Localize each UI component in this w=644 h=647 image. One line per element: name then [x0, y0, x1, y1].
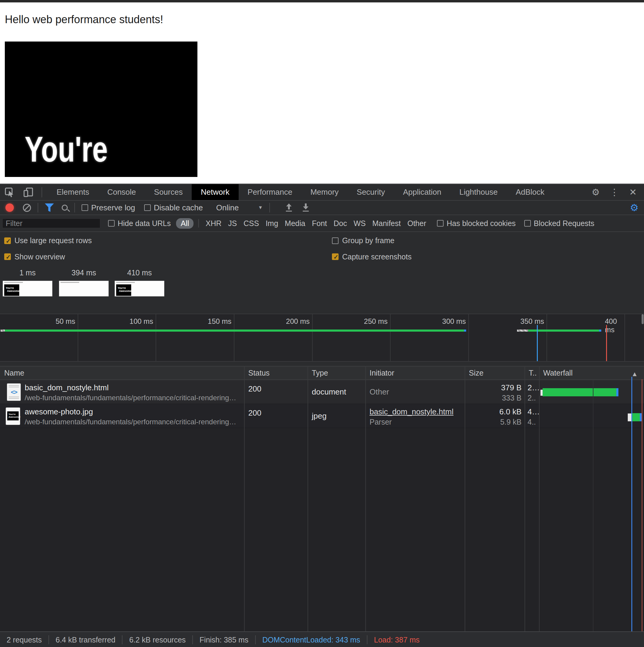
filter-input[interactable] [2, 218, 100, 228]
column-header-initiator[interactable]: Initiator [365, 367, 464, 379]
status-cell: 200 [244, 380, 307, 404]
overview-tick-400ms: 400 ms [605, 317, 625, 334]
overview-tick-150ms: 150 ms [208, 317, 234, 326]
blocked-requests-checkbox[interactable] [524, 220, 531, 227]
awesome-photo-image: You're Awesome! [5, 42, 197, 177]
import-har-icon[interactable] [284, 203, 293, 212]
tab-elements[interactable]: Elements [48, 184, 98, 200]
type-cell: jpeg [307, 404, 365, 428]
requests-table-header: Name Status Type Initiator Size T.. Wate… [0, 366, 644, 380]
request-count: 2 requests [0, 636, 49, 644]
export-har-icon[interactable] [301, 203, 310, 212]
options-row-1: Use large request rows Group by frame [0, 232, 644, 249]
initiator-value: Other [369, 387, 389, 397]
group-by-frame-checkbox[interactable] [332, 237, 339, 244]
filter-type-doc[interactable]: Doc [334, 219, 347, 228]
request-row-basic-dom-nostyle[interactable]: <> basic_dom_nostyle.html /web-fundament… [0, 380, 644, 404]
tab-lighthouse[interactable]: Lighthouse [450, 184, 506, 200]
hide-data-urls-checkbox[interactable] [108, 220, 115, 227]
close-devtools-icon[interactable]: ✕ [629, 188, 637, 197]
filmstrip: 1 ms You'reAwesome! 394 ms 410 ms [0, 264, 644, 314]
preserve-log-checkbox[interactable] [82, 204, 88, 211]
initiator-cell: Other [365, 380, 464, 404]
column-header-type[interactable]: Type [307, 367, 365, 379]
column-header-name[interactable]: Name [0, 367, 244, 379]
settings-gear-icon[interactable]: ⚙ [592, 188, 600, 197]
throttling-select[interactable]: Online ▼ [216, 203, 263, 212]
throttling-value: Online [216, 203, 239, 212]
column-header-waterfall[interactable]: Waterfall [539, 367, 629, 379]
kebab-menu-icon[interactable]: ⋮ [610, 188, 619, 197]
filter-divider [198, 219, 199, 227]
network-toolbar: Preserve log Disable cache Online ▼ [0, 201, 644, 215]
overview-scrollbar-thumb[interactable] [642, 314, 644, 324]
filter-type-other[interactable]: Other [408, 219, 426, 228]
tabbar-divider [42, 187, 42, 197]
disable-cache-checkbox[interactable] [144, 204, 151, 211]
resources-size: 6.2 kB resources [123, 636, 192, 644]
filmstrip-frame-1[interactable]: 1 ms You'reAwesome! [3, 269, 52, 296]
inspect-element-icon[interactable] [4, 187, 15, 198]
waterfall-queue-tick [628, 414, 631, 421]
disable-cache-label: Disable cache [154, 203, 203, 212]
request-name: basic_dom_nostyle.html [25, 383, 109, 392]
use-large-request-rows-checkbox[interactable] [4, 237, 11, 244]
window-top-edge [0, 0, 644, 2]
tab-security[interactable]: Security [348, 184, 394, 200]
tab-performance[interactable]: Performance [239, 184, 301, 200]
capture-screenshots-checkbox[interactable] [332, 254, 339, 260]
type-cell: document [307, 380, 365, 404]
load-time: Load: 387 ms [367, 636, 426, 644]
filter-type-manifest[interactable]: Manifest [372, 219, 401, 228]
devtools-panel: Elements Console Sources Network Perform… [0, 184, 644, 647]
tab-memory[interactable]: Memory [301, 184, 348, 200]
overview-tick-250ms: 250 ms [364, 317, 390, 326]
tab-console[interactable]: Console [98, 184, 145, 200]
request-row-awesome-photo[interactable]: You'reAwesome! awesome-photo.jpg /web-fu… [0, 404, 644, 428]
thumbnail-text-line [116, 282, 135, 283]
tab-sources[interactable]: Sources [145, 184, 192, 200]
filmstrip-frame-3[interactable]: 410 ms You'reAwesome! [115, 269, 164, 296]
filter-type-font[interactable]: Font [312, 219, 327, 228]
filter-type-ws[interactable]: WS [354, 219, 366, 228]
waterfall-queue-tick [541, 390, 543, 396]
overview-gridline [390, 314, 390, 361]
overview-gridline [78, 314, 78, 361]
search-icon[interactable] [62, 205, 68, 211]
column-header-size[interactable]: Size [464, 367, 524, 379]
record-network-log-button[interactable] [5, 203, 14, 212]
overview-request1-bar [5, 330, 466, 332]
device-toolbar-icon[interactable] [23, 187, 34, 198]
sort-ascending-icon[interactable]: ▲ [631, 370, 638, 378]
filter-funnel-icon[interactable] [45, 203, 54, 212]
filter-type-media[interactable]: Media [285, 219, 305, 228]
show-overview-checkbox[interactable] [4, 254, 11, 260]
tab-adblock[interactable]: AdBlock [507, 184, 554, 200]
network-overview-timeline[interactable]: 50 ms 100 ms 150 ms 200 ms 250 ms 300 ms… [0, 314, 644, 362]
filter-type-all[interactable]: All [176, 218, 194, 229]
filter-type-js[interactable]: JS [228, 219, 237, 228]
network-settings-gear-icon[interactable]: ⚙ [630, 202, 639, 213]
tab-application[interactable]: Application [394, 184, 450, 200]
thumbnail-image: You'reAwesome! [4, 284, 19, 296]
options-row-2: Show overview Capture screenshots [0, 249, 644, 264]
waterfall-bar-document [543, 388, 619, 396]
column-header-status[interactable]: Status [244, 367, 307, 379]
initiator-link[interactable]: basic_dom_nostyle.html [369, 407, 453, 417]
filter-type-xhr[interactable]: XHR [206, 219, 221, 228]
filmstrip-time-1: 1 ms [3, 269, 52, 277]
tab-network[interactable]: Network [192, 184, 238, 200]
overview-gridline [625, 314, 625, 361]
filter-type-img[interactable]: Img [266, 219, 278, 228]
column-header-time[interactable]: T.. [524, 367, 539, 379]
toolbar-divider [38, 203, 38, 212]
has-blocked-cookies-checkbox[interactable] [437, 220, 444, 227]
use-large-request-rows-label: Use large request rows [14, 236, 92, 245]
clear-network-log-icon[interactable] [23, 204, 31, 212]
group-by-frame-label: Group by frame [342, 236, 395, 245]
size-cell: 379 B 333 B [464, 380, 524, 404]
filter-type-css[interactable]: CSS [243, 219, 259, 228]
overview-load-line [606, 325, 607, 361]
overview-gridline [234, 314, 234, 361]
filmstrip-frame-2[interactable]: 394 ms [59, 269, 109, 296]
